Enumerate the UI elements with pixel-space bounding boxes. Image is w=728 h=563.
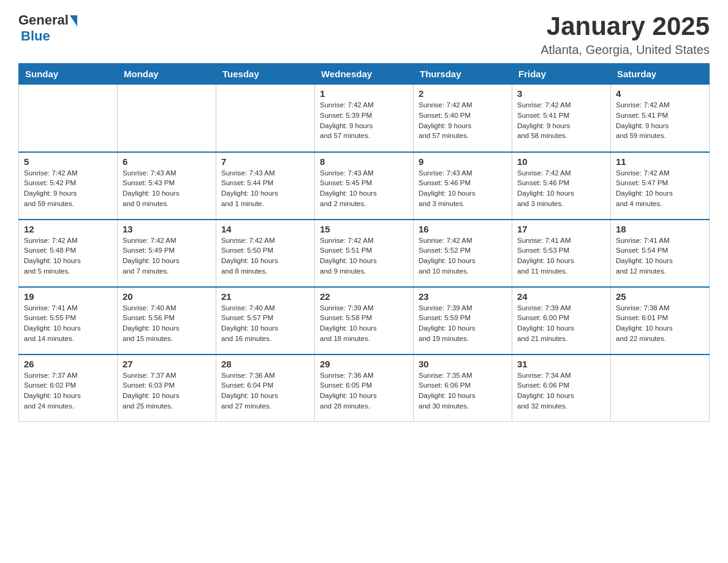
calendar-cell: 6Sunrise: 7:43 AM Sunset: 5:43 PM Daylig…: [118, 152, 216, 220]
logo-blue-text: Blue: [21, 28, 50, 44]
day-info: Sunrise: 7:43 AM Sunset: 5:43 PM Dayligh…: [123, 168, 211, 209]
day-number: 11: [616, 156, 704, 167]
title-block: January 2025 Atlanta, Georgia, United St…: [540, 12, 710, 57]
day-info: Sunrise: 7:42 AM Sunset: 5:50 PM Dayligh…: [221, 236, 309, 277]
page-header: General Blue January 2025 Atlanta, Georg…: [18, 12, 710, 57]
day-info: Sunrise: 7:36 AM Sunset: 6:04 PM Dayligh…: [221, 370, 309, 412]
day-number: 1: [320, 88, 408, 99]
day-number: 14: [221, 224, 309, 234]
calendar-header-friday: Friday: [512, 64, 611, 85]
day-number: 24: [517, 291, 605, 302]
calendar-cell: [611, 354, 710, 422]
day-number: 28: [221, 359, 309, 369]
calendar-cell: 2Sunrise: 7:42 AM Sunset: 5:40 PM Daylig…: [414, 85, 512, 152]
day-number: 25: [616, 291, 704, 302]
calendar-cell: 12Sunrise: 7:42 AM Sunset: 5:48 PM Dayli…: [19, 220, 118, 287]
calendar-cell: 9Sunrise: 7:43 AM Sunset: 5:46 PM Daylig…: [414, 152, 512, 220]
day-info: Sunrise: 7:42 AM Sunset: 5:41 PM Dayligh…: [616, 100, 704, 141]
day-info: Sunrise: 7:42 AM Sunset: 5:52 PM Dayligh…: [419, 236, 507, 277]
calendar-cell: 3Sunrise: 7:42 AM Sunset: 5:41 PM Daylig…: [512, 85, 611, 152]
day-info: Sunrise: 7:43 AM Sunset: 5:45 PM Dayligh…: [320, 168, 408, 209]
month-title: January 2025: [540, 12, 710, 40]
calendar-cell: 7Sunrise: 7:43 AM Sunset: 5:44 PM Daylig…: [216, 152, 315, 220]
day-info: Sunrise: 7:40 AM Sunset: 5:57 PM Dayligh…: [221, 303, 309, 344]
day-info: Sunrise: 7:41 AM Sunset: 5:55 PM Dayligh…: [24, 303, 112, 344]
day-info: Sunrise: 7:40 AM Sunset: 5:56 PM Dayligh…: [123, 303, 211, 344]
day-number: 9: [419, 156, 507, 167]
day-number: 6: [123, 156, 211, 167]
calendar-cell: 5Sunrise: 7:42 AM Sunset: 5:42 PM Daylig…: [19, 152, 118, 220]
day-info: Sunrise: 7:42 AM Sunset: 5:46 PM Dayligh…: [517, 168, 605, 209]
calendar-cell: 26Sunrise: 7:37 AM Sunset: 6:02 PM Dayli…: [19, 354, 118, 422]
day-info: Sunrise: 7:38 AM Sunset: 6:01 PM Dayligh…: [616, 303, 704, 344]
day-number: 5: [24, 156, 112, 167]
calendar-cell: 18Sunrise: 7:41 AM Sunset: 5:54 PM Dayli…: [611, 220, 710, 287]
calendar-cell: 14Sunrise: 7:42 AM Sunset: 5:50 PM Dayli…: [216, 220, 315, 287]
day-number: 8: [320, 156, 408, 167]
day-info: Sunrise: 7:41 AM Sunset: 5:53 PM Dayligh…: [517, 236, 605, 277]
day-info: Sunrise: 7:42 AM Sunset: 5:47 PM Dayligh…: [616, 168, 704, 209]
day-info: Sunrise: 7:43 AM Sunset: 5:44 PM Dayligh…: [221, 168, 309, 209]
calendar-week-row: 19Sunrise: 7:41 AM Sunset: 5:55 PM Dayli…: [19, 287, 710, 354]
day-info: Sunrise: 7:42 AM Sunset: 5:40 PM Dayligh…: [419, 100, 507, 141]
day-info: Sunrise: 7:37 AM Sunset: 6:02 PM Dayligh…: [24, 370, 112, 412]
day-number: 19: [24, 291, 112, 302]
day-info: Sunrise: 7:41 AM Sunset: 5:54 PM Dayligh…: [616, 236, 704, 277]
day-info: Sunrise: 7:39 AM Sunset: 5:59 PM Dayligh…: [419, 303, 507, 344]
day-info: Sunrise: 7:42 AM Sunset: 5:49 PM Dayligh…: [123, 236, 211, 277]
day-number: 20: [123, 291, 211, 302]
calendar-cell: 16Sunrise: 7:42 AM Sunset: 5:52 PM Dayli…: [414, 220, 512, 287]
calendar-cell: 19Sunrise: 7:41 AM Sunset: 5:55 PM Dayli…: [19, 287, 118, 354]
calendar-header-sunday: Sunday: [19, 64, 118, 85]
day-number: 31: [517, 359, 605, 369]
calendar-cell: 23Sunrise: 7:39 AM Sunset: 5:59 PM Dayli…: [414, 287, 512, 354]
calendar-cell: 17Sunrise: 7:41 AM Sunset: 5:53 PM Dayli…: [512, 220, 611, 287]
calendar-header-thursday: Thursday: [414, 64, 512, 85]
day-info: Sunrise: 7:39 AM Sunset: 6:00 PM Dayligh…: [517, 303, 605, 344]
day-number: 12: [24, 224, 112, 234]
day-number: 18: [616, 224, 704, 234]
calendar-week-row: 5Sunrise: 7:42 AM Sunset: 5:42 PM Daylig…: [19, 152, 710, 220]
day-number: 10: [517, 156, 605, 167]
day-info: Sunrise: 7:42 AM Sunset: 5:41 PM Dayligh…: [517, 100, 605, 141]
day-number: 26: [24, 359, 112, 369]
day-info: Sunrise: 7:42 AM Sunset: 5:51 PM Dayligh…: [320, 236, 408, 277]
logo-general-text: General: [18, 12, 69, 28]
calendar-cell: 29Sunrise: 7:36 AM Sunset: 6:05 PM Dayli…: [315, 354, 414, 422]
calendar-table: SundayMondayTuesdayWednesdayThursdayFrid…: [18, 63, 710, 422]
calendar-cell: 31Sunrise: 7:34 AM Sunset: 6:06 PM Dayli…: [512, 354, 611, 422]
day-number: 21: [221, 291, 309, 302]
day-info: Sunrise: 7:39 AM Sunset: 5:58 PM Dayligh…: [320, 303, 408, 344]
day-number: 27: [123, 359, 211, 369]
calendar-cell: [19, 85, 118, 152]
calendar-cell: 28Sunrise: 7:36 AM Sunset: 6:04 PM Dayli…: [216, 354, 315, 422]
calendar-cell: 27Sunrise: 7:37 AM Sunset: 6:03 PM Dayli…: [118, 354, 216, 422]
calendar-header-tuesday: Tuesday: [216, 64, 315, 85]
day-number: 22: [320, 291, 408, 302]
calendar-cell: 22Sunrise: 7:39 AM Sunset: 5:58 PM Dayli…: [315, 287, 414, 354]
day-number: 23: [419, 291, 507, 302]
day-number: 16: [419, 224, 507, 234]
calendar-cell: [118, 85, 216, 152]
calendar-cell: 13Sunrise: 7:42 AM Sunset: 5:49 PM Dayli…: [118, 220, 216, 287]
day-number: 7: [221, 156, 309, 167]
day-number: 15: [320, 224, 408, 234]
calendar-cell: 10Sunrise: 7:42 AM Sunset: 5:46 PM Dayli…: [512, 152, 611, 220]
calendar-cell: [216, 85, 315, 152]
calendar-cell: 20Sunrise: 7:40 AM Sunset: 5:56 PM Dayli…: [118, 287, 216, 354]
calendar-cell: 1Sunrise: 7:42 AM Sunset: 5:39 PM Daylig…: [315, 85, 414, 152]
day-info: Sunrise: 7:35 AM Sunset: 6:06 PM Dayligh…: [419, 370, 507, 412]
calendar-header-monday: Monday: [118, 64, 216, 85]
calendar-cell: 30Sunrise: 7:35 AM Sunset: 6:06 PM Dayli…: [414, 354, 512, 422]
day-number: 17: [517, 224, 605, 234]
calendar-cell: 21Sunrise: 7:40 AM Sunset: 5:57 PM Dayli…: [216, 287, 315, 354]
day-info: Sunrise: 7:36 AM Sunset: 6:05 PM Dayligh…: [320, 370, 408, 412]
calendar-header-saturday: Saturday: [611, 64, 710, 85]
calendar-week-row: 26Sunrise: 7:37 AM Sunset: 6:02 PM Dayli…: [19, 354, 710, 422]
day-number: 13: [123, 224, 211, 234]
calendar-cell: 24Sunrise: 7:39 AM Sunset: 6:00 PM Dayli…: [512, 287, 611, 354]
calendar-header-wednesday: Wednesday: [315, 64, 414, 85]
day-info: Sunrise: 7:37 AM Sunset: 6:03 PM Dayligh…: [123, 370, 211, 412]
day-number: 4: [616, 88, 704, 99]
logo: General Blue: [18, 12, 77, 44]
